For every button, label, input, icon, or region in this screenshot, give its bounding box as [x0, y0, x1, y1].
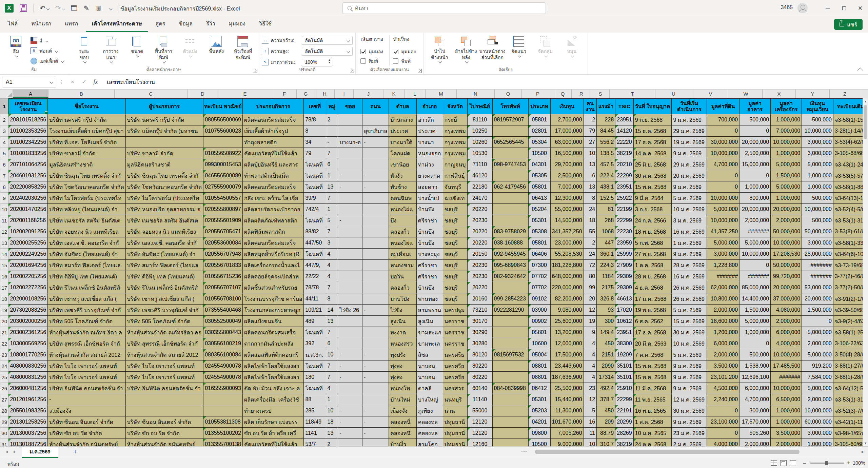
cell[interactable]: ขามทะเล — [416, 338, 443, 349]
cell[interactable]: 010556508922 — [203, 148, 243, 159]
cell[interactable]: 4,080,000 — [771, 305, 802, 316]
checkbox-เส้นตาราง-มุมมอง[interactable]: มุมมอง — [360, 47, 383, 56]
cell[interactable]: 101301887256 — [8, 439, 48, 447]
column-header-R[interactable]: R — [572, 90, 591, 98]
cell[interactable]: ปทุมธานี — [443, 428, 467, 439]
cell[interactable] — [362, 237, 389, 249]
checkbox-icon[interactable] — [393, 49, 398, 54]
cell[interactable]: 8 — [304, 125, 326, 137]
add-sheet-button[interactable]: + — [71, 448, 79, 456]
cell[interactable]: 3,000,000 — [802, 148, 833, 159]
cell[interactable]: 10260 — [467, 137, 492, 148]
cell[interactable]: 25,000,000 — [802, 249, 833, 260]
cell[interactable]: 27 พ.ย. 2568 — [633, 249, 672, 260]
column-header-J[interactable]: J — [354, 90, 383, 98]
cell[interactable]: 1,000,000 — [802, 181, 833, 193]
cell[interactable]: 4,700,000 — [707, 159, 739, 170]
cell[interactable]: 10,000,000 — [707, 193, 739, 204]
cell[interactable] — [362, 439, 389, 447]
cell[interactable]: ขามสะแก — [416, 327, 443, 338]
cell[interactable]: 12,696,100 — [739, 372, 771, 383]
cell[interactable]: 010553811308 — [203, 416, 243, 428]
cell[interactable]: 202002249256 — [8, 249, 48, 260]
cell[interactable]: 062-4179456 — [492, 181, 528, 193]
cell[interactable]: 63,000,000 — [550, 137, 584, 148]
column-header-S[interactable]: S — [591, 90, 610, 98]
cell[interactable] — [326, 125, 338, 137]
cell[interactable]: 7,000,000 — [550, 181, 584, 193]
cell[interactable]: ทุ่งสง — [389, 360, 417, 372]
header-cell-M1[interactable]: ไปรษณีย์ — [467, 99, 492, 114]
cell[interactable]: 15 ม.ค. 2569 — [672, 316, 707, 327]
cell[interactable]: - — [362, 416, 389, 428]
checkbox-icon[interactable] — [393, 58, 398, 64]
cell[interactable]: 26 ม.ค. 2569 — [672, 282, 707, 293]
cell[interactable]: 22220 — [615, 137, 634, 148]
cell[interactable]: บริษัท เอส.เจ.ซี. คอนกรีต จำกั — [125, 237, 203, 249]
cell[interactable]: 41,357,250 — [707, 226, 739, 237]
cell[interactable]: 37,000,000 — [771, 293, 802, 305]
cell[interactable]: สามพราน — [416, 305, 443, 316]
cell[interactable]: 207101064256 — [8, 159, 48, 170]
cell[interactable]: 103000569256 — [8, 338, 48, 349]
cell[interactable]: 102002272256 — [8, 282, 48, 293]
cell[interactable]: 0 — [707, 428, 739, 439]
ribbon-tab-ข้อมูล[interactable]: ข้อมูล — [173, 16, 198, 31]
cell[interactable]: 55,208,530 — [550, 249, 584, 260]
สี-button[interactable]: สี — [31, 36, 64, 45]
insert-function-icon[interactable]: fx — [90, 78, 101, 85]
cell[interactable]: บริษัท อินฟินิต คอนสตรัคชั่น จำ — [48, 383, 125, 394]
column-header-D[interactable]: D — [188, 90, 218, 98]
cell[interactable]: 9,000,000 — [550, 439, 584, 447]
cell[interactable]: 10,000,000 — [771, 383, 802, 394]
cell[interactable]: ผลิตคอนกรีตผสมเสร็จ — [242, 181, 303, 193]
cell[interactable]: 3,000,000 — [707, 249, 739, 260]
cell[interactable]: 024554900078 — [203, 360, 243, 372]
cell[interactable] — [362, 293, 389, 305]
page-break-view-icon[interactable] — [790, 460, 796, 466]
column-header-U[interactable]: U — [655, 90, 692, 98]
cell[interactable]: 202001470256 — [8, 204, 48, 215]
cell[interactable]: - — [362, 405, 389, 416]
cell[interactable]: 9 ก.ย. 2568 — [633, 114, 672, 125]
cell[interactable]: 1,500,000 — [802, 305, 833, 316]
cell[interactable]: 20230 — [467, 260, 492, 271]
cell[interactable]: ห้างหุ้นส่วนจำกัด สมายล์ 2012 — [48, 349, 125, 360]
dialog-launcher-icon[interactable] — [418, 69, 422, 73]
undo-icon[interactable]: ↶ — [40, 5, 49, 12]
cell[interactable]: บริษัท อันชิดะ (ไทยแลนด์) จำ — [48, 249, 125, 260]
cell[interactable]: ####### — [802, 271, 833, 282]
cell[interactable]: 6,000,000 — [707, 338, 739, 349]
cell[interactable]: ทุ่งสง — [389, 372, 417, 383]
cell[interactable]: 092-9455945 — [492, 249, 528, 260]
cell[interactable]: บ้านบึง — [416, 226, 443, 237]
cell[interactable]: 3,000,000 — [802, 428, 833, 439]
cell[interactable]: 12 ม.ค. 2569 — [672, 394, 707, 405]
checkbox-หัวเรื่อง-พิมพ์[interactable]: พิมพ์ — [393, 56, 416, 66]
column-header-O[interactable]: O — [495, 90, 522, 98]
cell[interactable]: 2,000,000 — [739, 439, 771, 447]
cell[interactable]: 35101 — [615, 360, 634, 372]
cell[interactable]: 080356100084 — [203, 349, 243, 360]
cell[interactable]: 7 — [326, 282, 338, 293]
cell[interactable]: ห้างหุ้นส่วนจำกัด ณภัทร ธิดา ค — [48, 327, 125, 338]
cell[interactable]: โรงงานเย็บเสื้อผ้า แม็คกรุ๊ป สุขา — [48, 125, 125, 137]
cell[interactable]: 220,000,000 — [550, 282, 584, 293]
row-header[interactable]: 22 — [0, 338, 8, 349]
cell[interactable]: มูลนิธิคนสร้างชาติ — [125, 159, 203, 170]
cell[interactable] — [362, 260, 389, 271]
cell[interactable]: 4 — [584, 338, 597, 349]
cell[interactable]: 09102 — [528, 293, 550, 305]
นำไปข้างหน้า-button[interactable]: นำไป ข้างหน้า — [426, 35, 453, 67]
cell[interactable]: บางนา-ต — [338, 137, 362, 148]
cell[interactable]: 23,000,000 — [550, 237, 584, 249]
cell[interactable]: 10 — [326, 405, 338, 416]
cell[interactable]: 12120 — [467, 416, 492, 428]
cell[interactable]: 23,101,200 — [707, 372, 739, 383]
cell[interactable]: 1,000,000 — [771, 114, 802, 125]
cell[interactable]: 88.79 — [597, 428, 615, 439]
cell[interactable]: 50,000,000 — [802, 226, 833, 237]
cell[interactable]: 020556707107 — [203, 282, 243, 293]
cell[interactable]: 020553600084 — [203, 237, 243, 249]
row-header[interactable]: 25 — [0, 372, 8, 383]
